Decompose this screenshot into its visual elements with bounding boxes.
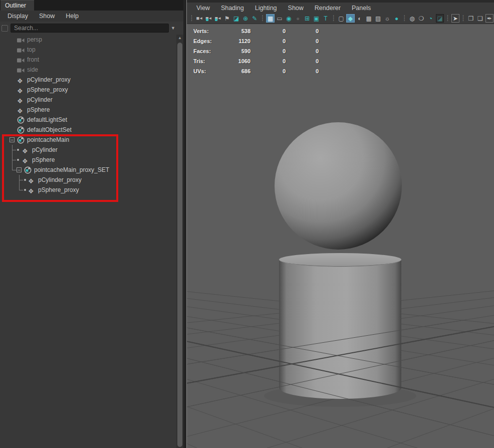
viewport-menubar: ViewShadingLightingShowRendererPanels [187, 3, 494, 13]
search-input[interactable] [11, 24, 169, 33]
isolate-select-icon[interactable]: ➤ [451, 14, 459, 23]
item-label: pCylinder_proxy [27, 75, 71, 85]
item-label: pointcacheMain [27, 135, 69, 145]
outliner-item-defaultLightSet[interactable]: defaultLightSet [0, 115, 175, 125]
filter-selection-icon[interactable] [2, 25, 8, 32]
hud-label: Edges: [193, 38, 217, 44]
outliner-scrollbar[interactable]: ▲ [176, 35, 183, 448]
expander-icon[interactable]: – [17, 167, 22, 172]
item-label: side [27, 65, 38, 75]
hud-value: 0 [251, 68, 286, 74]
ssao-icon[interactable]: ◍ [408, 14, 416, 23]
camera-icon[interactable]: ◼◄ [195, 14, 203, 23]
exposure-icon[interactable]: ◪ [436, 14, 444, 23]
viewport-menu-panels[interactable]: Panels [346, 4, 376, 13]
outliner-item-defaultObjectSet[interactable]: defaultObjectSet [0, 125, 175, 135]
hud-row-edges: Edges:112000 [193, 36, 319, 46]
tab-outliner[interactable]: Outliner [1, 0, 34, 11]
textured-icon[interactable]: ▩ [365, 14, 373, 23]
wireframe-cube-icon[interactable]: ▢ [337, 14, 345, 23]
expander-icon[interactable]: – [10, 137, 15, 142]
mesh-icon: ❖ [17, 76, 23, 85]
item-label: defaultObjectSet [27, 125, 72, 135]
grid-icon[interactable]: ▦ [266, 14, 274, 23]
cylinder-mesh[interactable] [279, 253, 401, 399]
outliner-item-side[interactable]: side [0, 65, 175, 75]
shadows-icon[interactable]: ● [392, 14, 400, 23]
bookmark-icon[interactable]: ⚑ [223, 14, 231, 23]
smooth-shade-icon[interactable]: ◆ [346, 14, 354, 23]
scroll-up-icon[interactable]: ▲ [176, 36, 183, 40]
outliner-item-pCylinder_proxy[interactable]: ❖pCylinder_proxy [0, 75, 175, 85]
outliner-item-pCylinder[interactable]: ❖pCylinder [0, 145, 175, 155]
outliner-menu-help[interactable]: Help [60, 12, 84, 21]
pane-layout-icon[interactable]: ❐ [467, 14, 475, 23]
toolbar-grip: ┆ [403, 14, 406, 23]
lighting-icon[interactable]: ☼ [383, 14, 391, 23]
outliner-item-pSphere_proxy[interactable]: ❖pSphere_proxy [0, 85, 175, 95]
viewport-toolbar: ┆◼◄◼◄◼◄⚑◪⊕✎┆▦▭◉●⊞▣T┆▢◆◐▩▨☼●┆◍❍◔◪┆➤┆❐❏✒ [187, 13, 494, 24]
scene-3d [187, 24, 494, 448]
outliner-item-persp[interactable]: persp [0, 35, 175, 45]
pan-zoom-icon[interactable]: ⊕ [241, 14, 250, 23]
marker-pen-icon[interactable]: ✒ [485, 14, 493, 23]
outliner-item-pSphere[interactable]: ❖pSphere [0, 105, 175, 115]
item-label: pointcacheMain_proxy_SET [34, 165, 109, 175]
hud-value: 0 [251, 38, 286, 44]
search-dropdown-icon[interactable]: ▼ [171, 26, 175, 31]
grease-pencil-icon[interactable]: ✎ [251, 14, 259, 23]
resolution-gate-icon[interactable]: ◉ [285, 14, 293, 23]
teal-badge [215, 19, 217, 21]
outliner-menu-display[interactable]: Display [2, 12, 34, 21]
pane-layout-alt-icon[interactable]: ❏ [476, 14, 484, 23]
motion-blur-icon[interactable]: ❍ [417, 14, 425, 23]
item-label: defaultLightSet [27, 115, 67, 125]
outliner-item-pointcacheMain[interactable]: –pointcacheMain [0, 135, 175, 145]
viewport-canvas[interactable]: Verts:53800Edges:112000Faces:59000Tris:1… [187, 24, 494, 448]
camera-lock-icon[interactable]: ◼◄ [204, 14, 212, 23]
wireframe-on-shaded-icon[interactable]: ▨ [374, 14, 382, 23]
viewport-menu-lighting[interactable]: Lighting [250, 4, 283, 13]
hud-label: Verts: [193, 28, 217, 34]
item-label: pSphere [32, 155, 55, 165]
outliner-item-top[interactable]: top [0, 45, 175, 55]
scrollbar-thumb[interactable] [177, 43, 182, 447]
camera-icon [17, 36, 25, 45]
item-label: pSphere [27, 105, 50, 115]
viewport-menu-show[interactable]: Show [283, 4, 309, 13]
outliner-item-pSphere_proxy[interactable]: ❖pSphere_proxy [0, 185, 175, 195]
outliner-search-row: ▼ [0, 22, 183, 35]
image-plane-icon[interactable]: ◪ [232, 14, 240, 23]
safe-title-icon[interactable]: T [322, 14, 330, 23]
hud-value: 0 [251, 58, 286, 64]
outliner-item-front[interactable]: front [0, 55, 175, 65]
outliner-item-pointcacheMain_proxy_SET[interactable]: –pointcacheMain_proxy_SET [0, 165, 175, 175]
safe-action-icon[interactable]: ▣ [312, 14, 320, 23]
outliner-item-pCylinder_proxy[interactable]: ❖pCylinder_proxy [0, 175, 175, 185]
gate-mask-icon[interactable]: ● [294, 14, 302, 23]
outliner-item-pCylinder[interactable]: ❖pCylinder [0, 95, 175, 105]
poly-count-hud: Verts:53800Edges:112000Faces:59000Tris:1… [193, 26, 319, 76]
hud-value: 0 [251, 28, 286, 34]
item-label: top [27, 45, 36, 55]
hud-value: 0 [286, 68, 319, 74]
outliner-menu-show[interactable]: Show [34, 12, 60, 21]
viewport-menu-renderer[interactable]: Renderer [309, 4, 346, 13]
sphere-mesh[interactable] [275, 122, 402, 250]
outliner-tabstrip: Outliner [0, 0, 183, 11]
film-gate-icon[interactable]: ▭ [276, 14, 284, 23]
outliner-tree: persptopfrontside❖pCylinder_proxy❖pSpher… [0, 35, 175, 448]
anti-aliasing-icon[interactable]: ◔ [426, 14, 434, 23]
hud-value: 0 [251, 48, 286, 54]
viewport-menu-shading[interactable]: Shading [215, 4, 250, 13]
item-label: pCylinder [27, 95, 53, 105]
viewport-menu-view[interactable]: View [191, 4, 215, 13]
camera-gear-icon[interactable]: ◼◄ [213, 14, 221, 23]
toolbar-grip: ┆ [332, 14, 335, 23]
material-shade-icon[interactable]: ◐ [356, 14, 364, 23]
field-chart-icon[interactable]: ⊞ [303, 14, 311, 23]
hud-value: 538 [217, 28, 251, 34]
camera-icon [17, 66, 25, 75]
hud-label: Faces: [193, 48, 217, 54]
outliner-item-pSphere[interactable]: ❖pSphere [0, 155, 175, 165]
